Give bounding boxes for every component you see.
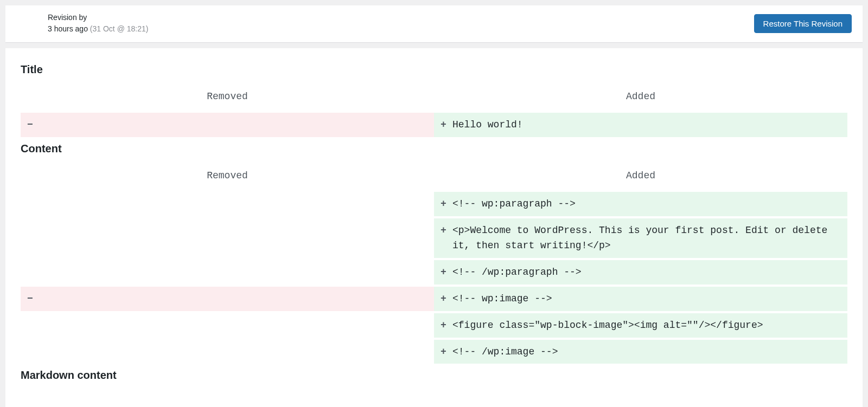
diff-added-text: <!-- /wp:image --> xyxy=(452,344,841,360)
revision-time-ago: 3 hours ago xyxy=(48,24,88,33)
diff-added-text: <figure class="wp-block-image"><img alt=… xyxy=(452,318,841,333)
revision-meta: Revision by 3 hours ago (31 Oct @ 18:21) xyxy=(48,12,148,35)
diff-cell-added: <!-- wp:paragraph --> xyxy=(434,192,847,216)
diff-cell-added: <!-- /wp:image --> xyxy=(434,340,847,364)
column-header-added: Added xyxy=(434,165,847,186)
plus-icon xyxy=(441,223,452,238)
diff-column-headers: RemovedAdded xyxy=(21,86,847,107)
diff-cell-removed xyxy=(21,113,434,137)
revision-body: TitleRemovedAddedHello world!ContentRemo… xyxy=(5,48,863,407)
section-heading-title: Title xyxy=(21,63,847,76)
column-header-removed: Removed xyxy=(21,165,434,186)
diff-added-text: Hello world! xyxy=(452,117,841,133)
diff-row: <!-- wp:image --> xyxy=(21,287,847,311)
plus-icon xyxy=(441,196,452,212)
diff-cell-removed xyxy=(21,287,434,311)
diff-added-text: <!-- wp:paragraph --> xyxy=(452,196,841,212)
revision-timestamp: (31 Oct @ 18:21) xyxy=(90,24,149,33)
diff-cell-added: <figure class="wp-block-image"><img alt=… xyxy=(434,313,847,338)
diff-content: RemovedAdded<!-- wp:paragraph --><p>Welc… xyxy=(21,165,847,364)
column-header-removed: Removed xyxy=(21,86,434,107)
revision-header: Revision by 3 hours ago (31 Oct @ 18:21)… xyxy=(5,5,863,43)
restore-revision-button[interactable]: Restore This Revision xyxy=(754,14,852,33)
diff-column-headers: RemovedAdded xyxy=(21,165,847,186)
diff-cell-added: Hello world! xyxy=(434,113,847,137)
diff-title: RemovedAddedHello world! xyxy=(21,86,847,137)
plus-icon xyxy=(441,117,452,133)
diff-row: Hello world! xyxy=(21,113,847,137)
diff-added-text: <!-- /wp:paragraph --> xyxy=(452,264,841,280)
diff-cell-added: <!-- wp:image --> xyxy=(434,287,847,311)
diff-row: <!-- /wp:image --> xyxy=(21,340,847,364)
diff-cell-removed xyxy=(21,192,434,216)
diff-row: <!-- /wp:paragraph --> xyxy=(21,260,847,285)
revision-time: 3 hours ago (31 Oct @ 18:21) xyxy=(48,23,148,35)
diff-cell-removed xyxy=(21,260,434,285)
plus-icon xyxy=(441,291,452,307)
diff-cell-removed xyxy=(21,340,434,364)
plus-icon xyxy=(441,264,452,280)
minus-icon xyxy=(27,117,39,133)
diff-cell-removed xyxy=(21,218,434,259)
column-header-added: Added xyxy=(434,86,847,107)
plus-icon xyxy=(441,318,452,333)
section-heading-content: Content xyxy=(21,143,847,155)
diff-cell-removed xyxy=(21,313,434,338)
diff-row: <!-- wp:paragraph --> xyxy=(21,192,847,216)
diff-cell-added: <p>Welcome to WordPress. This is your fi… xyxy=(434,218,847,259)
diff-row: <p>Welcome to WordPress. This is your fi… xyxy=(21,218,847,259)
diff-added-text: <p>Welcome to WordPress. This is your fi… xyxy=(452,223,841,254)
diff-cell-added: <!-- /wp:paragraph --> xyxy=(434,260,847,285)
section-heading-markdown: Markdown content xyxy=(21,369,847,382)
diff-added-text: <!-- wp:image --> xyxy=(452,291,841,307)
revision-by-label: Revision by xyxy=(48,12,148,23)
diff-row: <figure class="wp-block-image"><img alt=… xyxy=(21,313,847,338)
minus-icon xyxy=(27,291,39,307)
plus-icon xyxy=(441,344,452,360)
